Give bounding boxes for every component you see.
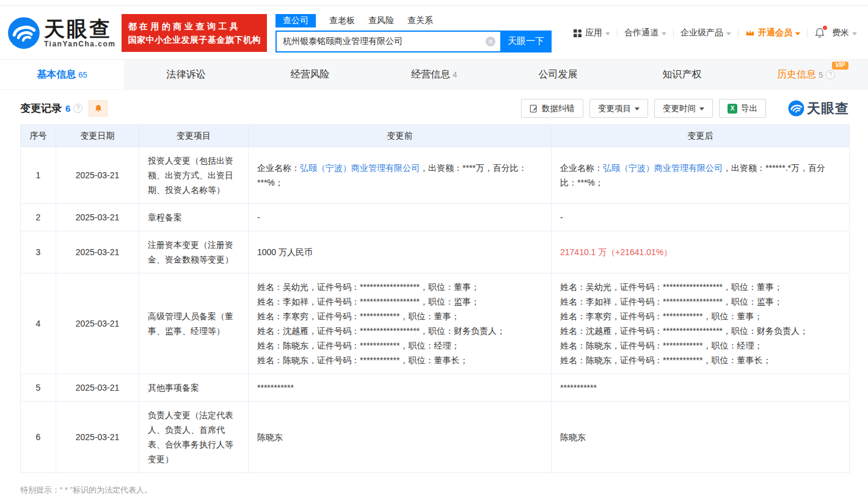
help-icon[interactable]: ? xyxy=(826,70,835,79)
cell-serial: 1 xyxy=(21,147,56,204)
export-button[interactable]: X 导出 xyxy=(719,99,766,118)
nav-partner-label: 合作通道 xyxy=(624,27,658,38)
cell-before: 姓名：吴幼光，证件号码：******************，职位：董事； 姓名… xyxy=(249,273,552,374)
tab-basic-info[interactable]: 基本信息 65 xyxy=(0,60,124,89)
chevron-down-icon xyxy=(662,32,666,35)
tab-operation-info[interactable]: 经营信息 4 xyxy=(372,60,496,89)
tab-operation-info-label: 经营信息 xyxy=(411,68,450,81)
cell-before: 企业名称：弘颐（宁波）商业管理有限公司，出资额：****万，百分比：***%； xyxy=(249,147,552,204)
nav-open-vip[interactable]: 开通会员 xyxy=(745,27,800,38)
vip-badge: VIP xyxy=(832,62,848,70)
table-header-row: 序号 变更日期 变更项目 变更前 变更后 xyxy=(21,125,850,147)
tab-intellectual-property[interactable]: 知识产权 xyxy=(620,60,744,89)
cell-serial: 6 xyxy=(21,402,56,473)
tab-history-info-count: 5 xyxy=(819,70,823,79)
change-records-header: 变更记录 6 ? 数据纠错 变更项目 变更时间 X 导出 xyxy=(20,99,849,118)
help-icon[interactable]: ? xyxy=(73,104,82,113)
cell-change-item: 其他事项备案 xyxy=(139,374,249,402)
cell-after: 217410.1 万（+21641.01%） xyxy=(552,231,850,273)
cell-date: 2025-03-21 xyxy=(56,204,139,231)
cell-after: 企业名称：弘颐（宁波）商业管理有限公司，出资额：******.*万，百分比：**… xyxy=(552,147,850,204)
tab-company-development[interactable]: 公司发展 xyxy=(496,60,620,89)
table-row: 2 2025-03-21 章程备案 - - xyxy=(21,204,850,231)
filter-change-item-button[interactable]: 变更项目 xyxy=(589,99,648,118)
company-link[interactable]: 弘颐（宁波）商业管理有限公司 xyxy=(300,163,420,173)
section-title: 变更记录 xyxy=(20,101,62,115)
search-button[interactable]: 天眼一下 xyxy=(500,31,552,52)
data-correction-label: 数据纠错 xyxy=(542,103,575,114)
search-tab-boss[interactable]: 查老板 xyxy=(329,14,355,27)
subscribe-bell-button[interactable] xyxy=(89,100,108,117)
crown-icon xyxy=(745,29,755,37)
registered-capital-increase: 217410.1 万（+21641.01%） xyxy=(560,247,672,257)
after-line: 姓名：李寒穷，证件号码：************，职位：董事； xyxy=(560,309,841,324)
notifications-bell[interactable] xyxy=(814,27,825,38)
company-detail-tabs: 基本信息 65 法律诉讼 经营风险 经营信息 4 公司发展 知识产权 VIP 历… xyxy=(0,59,868,90)
before-text: 企业名称： xyxy=(257,163,300,173)
after-line: 姓名：陈晓东，证件号码：************，职位：董事长； xyxy=(560,353,841,367)
nav-divider xyxy=(617,29,618,37)
search-tab-relation[interactable]: 查关系 xyxy=(407,14,433,27)
table-row: 6 2025-03-21 负责人变更（法定代表人、负责人、首席代表、合伙事务执行… xyxy=(21,402,850,473)
top-header: 天眼查 TianYanCha.com 都在用的商业查询工具 国家中小企业发展子基… xyxy=(0,5,868,59)
search-input[interactable] xyxy=(275,31,500,52)
nav-partner[interactable]: 合作通道 xyxy=(624,27,666,38)
nav-apps[interactable]: 应用 xyxy=(573,27,610,38)
tab-history-info[interactable]: VIP 历史信息 5 ? xyxy=(744,60,868,89)
search-tab-risk[interactable]: 查风险 xyxy=(368,14,394,27)
nav-divider xyxy=(738,29,739,37)
edit-doc-icon xyxy=(530,104,538,113)
cell-date: 2025-03-21 xyxy=(56,374,139,402)
before-line: 姓名：陈晓东，证件号码：************，职位：经理； xyxy=(257,338,542,353)
nav-divider xyxy=(807,29,808,37)
search-tabs: 查公司 查老板 查风险 查关系 xyxy=(275,14,552,27)
nav-enterprise[interactable]: 企业级产品 xyxy=(680,27,731,38)
before-line: 姓名：吴幼光，证件号码：******************，职位：董事； xyxy=(257,280,542,294)
cell-date: 2025-03-21 xyxy=(56,147,139,204)
after-text: 企业名称： xyxy=(560,163,603,173)
cell-after: - xyxy=(552,204,850,231)
chevron-down-icon xyxy=(635,107,640,110)
export-label: 导出 xyxy=(741,103,757,114)
after-line: 姓名：陈晓东，证件号码：************，职位：经理； xyxy=(560,338,841,353)
section-actions: 数据纠错 变更项目 变更时间 X 导出 天眼查 xyxy=(521,99,849,118)
search-tab-company[interactable]: 查公司 xyxy=(275,14,316,27)
bell-icon xyxy=(94,104,103,113)
cell-after: 陈晓东 xyxy=(552,402,850,473)
after-line: 姓名：沈越雁，证件号码：******************，职位：财务负责人； xyxy=(560,324,841,338)
logo-cn-text: 天眼查 xyxy=(44,18,115,40)
nav-vip-label: 开通会员 xyxy=(758,27,792,38)
chevron-down-icon xyxy=(699,107,704,110)
chevron-down-icon xyxy=(795,32,800,35)
nav-user-label: 费米 xyxy=(832,27,849,38)
cell-date: 2025-03-21 xyxy=(56,231,139,273)
before-line: 姓名：沈越雁，证件号码：******************，职位：财务负责人； xyxy=(257,324,542,338)
cell-serial: 3 xyxy=(21,231,56,273)
tianyancha-logo[interactable]: 天眼查 TianYanCha.com xyxy=(7,16,115,49)
cell-serial: 4 xyxy=(21,273,56,374)
nav-user[interactable]: 费米 xyxy=(832,27,857,38)
excel-icon: X xyxy=(728,104,737,114)
logo-domain-text: TianYanCha.com xyxy=(44,40,115,48)
data-correction-button[interactable]: 数据纠错 xyxy=(521,99,583,118)
cell-before: 陈晓东 xyxy=(249,402,552,473)
tianyancha-watermark-icon xyxy=(788,100,804,117)
slogan-line2: 国家中小企业发展子基金旗下机构 xyxy=(128,33,261,46)
tab-legal-lawsuits[interactable]: 法律诉讼 xyxy=(124,60,248,89)
company-link[interactable]: 弘颐（宁波）商业管理有限公司 xyxy=(603,163,723,173)
cell-serial: 2 xyxy=(21,204,56,231)
tab-company-development-label: 公司发展 xyxy=(539,68,578,81)
cell-before: *********** xyxy=(249,374,552,402)
clear-input-icon[interactable]: ✕ xyxy=(486,37,495,46)
cell-date: 2025-03-21 xyxy=(56,402,139,473)
filter-change-time-button[interactable]: 变更时间 xyxy=(654,99,713,118)
search-row: ✕ 天眼一下 xyxy=(275,31,552,52)
cell-change-item: 负责人变更（法定代表人、负责人、首席代表、合伙事务执行人等变更） xyxy=(139,402,249,473)
brand-slogan-banner: 都在用的商业查询工具 国家中小企业发展子基金旗下机构 xyxy=(122,14,267,52)
cell-serial: 5 xyxy=(21,374,56,402)
search-area: 查公司 查老板 查风险 查关系 ✕ 天眼一下 xyxy=(275,14,552,52)
cell-before: 1000 万人民币 xyxy=(249,231,552,273)
tab-operation-risk[interactable]: 经营风险 xyxy=(248,60,372,89)
nav-divider xyxy=(673,29,674,37)
filter-change-item-label: 变更项目 xyxy=(598,103,631,114)
